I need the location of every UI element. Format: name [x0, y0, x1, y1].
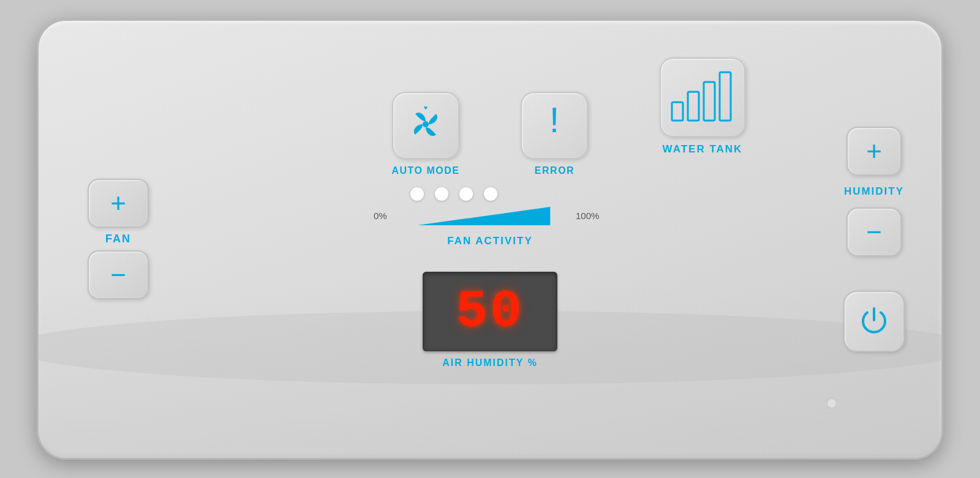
- error-icon: !: [539, 103, 570, 148]
- control-panel: + FAN −: [37, 19, 943, 460]
- top-icons: AUTO MODE ! ERROR: [392, 92, 589, 176]
- fan-dots-row: [410, 187, 497, 201]
- fan-triangle-bar: [397, 207, 571, 225]
- humidity-plus-button[interactable]: +: [846, 127, 902, 176]
- power-button[interactable]: [843, 291, 905, 352]
- display-screen: 50: [423, 272, 557, 351]
- fan-controls: + FAN −: [88, 21, 149, 458]
- status-dot: [826, 398, 837, 409]
- error-icon-box[interactable]: !: [521, 92, 588, 159]
- fan-group: + FAN −: [88, 179, 149, 299]
- humidity-label: HUMIDITY: [844, 185, 904, 198]
- fan-minus-icon: −: [110, 261, 126, 288]
- water-tank-section: WATER TANK: [660, 58, 745, 155]
- auto-mode-block: AUTO MODE: [392, 92, 460, 176]
- display-value: 50: [456, 282, 524, 342]
- fan-bar-container: 0% 100%: [374, 207, 606, 225]
- fan-activity-label: FAN ACTIVITY: [447, 235, 533, 247]
- fan-plus-icon: +: [110, 190, 126, 217]
- fan-dots-bar: 0% 100%: [374, 207, 606, 225]
- error-block: ! ERROR: [521, 92, 588, 176]
- fan-plus-button[interactable]: +: [88, 179, 149, 228]
- fan-bar-max-label: 100%: [576, 211, 606, 221]
- svg-rect-3: [672, 102, 683, 121]
- svg-rect-6: [720, 72, 731, 121]
- svg-marker-2: [418, 207, 551, 225]
- right-controls: + HUMIDITY −: [843, 21, 905, 458]
- fan-bar-min-label: 0%: [374, 211, 392, 221]
- svg-rect-5: [704, 82, 715, 121]
- fan-minus-button[interactable]: −: [88, 250, 149, 299]
- auto-mode-icon-box[interactable]: [392, 92, 459, 159]
- humidity-plus-icon: +: [866, 138, 882, 165]
- fan-dot-1: [410, 187, 424, 201]
- fan-label: FAN: [105, 233, 131, 245]
- power-icon: [858, 304, 891, 339]
- svg-point-0: [423, 121, 429, 127]
- auto-mode-label: AUTO MODE: [392, 165, 460, 176]
- water-tank-icon: [669, 69, 736, 126]
- error-label: ERROR: [535, 165, 575, 176]
- display-label: AIR HUMIDITY %: [442, 357, 538, 368]
- svg-text:!: !: [549, 103, 559, 140]
- fan-activity-section: 0% 100% FAN ACTIVITY: [374, 207, 606, 247]
- humidity-minus-button[interactable]: −: [846, 207, 902, 256]
- fan-dot-3: [459, 187, 473, 201]
- humidity-minus-icon: −: [866, 218, 882, 245]
- auto-mode-icon: [404, 103, 447, 148]
- fan-dot-2: [435, 187, 448, 201]
- water-tank-label: WATER TANK: [663, 143, 743, 155]
- water-tank-icon-box[interactable]: [660, 58, 745, 137]
- display-section: 50 AIR HUMIDITY %: [423, 272, 557, 368]
- fan-dot-4: [484, 187, 497, 201]
- svg-rect-4: [688, 92, 699, 121]
